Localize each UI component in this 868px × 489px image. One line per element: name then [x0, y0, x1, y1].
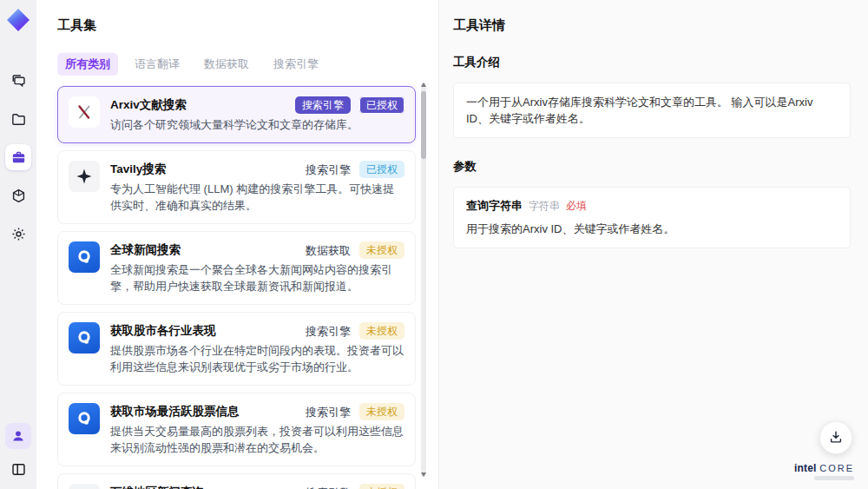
cube-icon — [10, 188, 27, 204]
intel-core-logo: intel CORE — [794, 462, 854, 480]
sidebar-item-models[interactable] — [5, 182, 31, 208]
briefcase-icon — [10, 149, 27, 166]
tool-card[interactable]: Arxiv文献搜索搜索引擎已授权访问各个研究领域大量科学论文和文章的存储库。 — [57, 86, 416, 143]
sidebar-item-settings[interactable] — [5, 221, 31, 247]
params-heading: 参数 — [453, 159, 851, 175]
tool-name: 全球新闻搜索 — [110, 241, 181, 258]
intel-core-text: CORE — [819, 463, 854, 473]
tool-description: 提供当天交易量最高的股票列表，投资者可以利用这些信息来识别流动性强的股票和潜在的… — [110, 423, 404, 456]
param-type: 字符串 — [529, 199, 560, 214]
auth-badge: 未授权 — [359, 484, 404, 489]
tool-card[interactable]: 万维地区新闻查询搜索引擎未授权查询具体行政区划内的新闻，快速了解各地新闻动 — [57, 473, 416, 489]
auth-badge: 已授权 — [359, 96, 404, 114]
tool-name: Arxiv文献搜索 — [110, 96, 187, 113]
param-description: 用于搜索的Arxiv ID、关键字或作者姓名。 — [466, 221, 838, 237]
sidebar-nav — [5, 68, 31, 247]
tool-name: 万维地区新闻查询 — [110, 484, 204, 489]
download-icon — [828, 429, 844, 447]
app-logo-icon[interactable] — [7, 9, 30, 31]
intel-brand-text: intel — [794, 462, 817, 474]
tool-intro-text: 一个用于从Arxiv存储库搜索科学论文和文章的工具。 输入可以是Arxiv ID… — [466, 94, 838, 127]
category-badge: 搜索引擎 — [306, 323, 351, 340]
tool-card[interactable]: 获取股市各行业表现搜索引擎未授权提供股票市场各个行业在特定时间段内的表现。投资者… — [57, 312, 416, 386]
tab-category-0[interactable]: 所有类别 — [57, 53, 118, 76]
tool-list: Arxiv文献搜索搜索引擎已授权访问各个研究领域大量科学论文和文章的存储库。Ta… — [57, 86, 416, 489]
user-icon — [10, 428, 26, 444]
category-badge: 搜索引擎 — [306, 162, 351, 178]
sidebar-bottom — [5, 423, 31, 482]
tool-detail-panel: 工具详情 工具介绍 一个用于从Arxiv存储库搜索科学论文和文章的工具。 输入可… — [438, 0, 868, 489]
tab-category-1[interactable]: 语言翻译 — [127, 53, 187, 76]
intel-logo-underline — [814, 476, 854, 480]
tool-description: 全球新闻搜索是一个聚合全球各大新闻网站内容的搜索引擎，帮助用户快速获取全球最新资… — [110, 261, 404, 294]
panel-icon — [10, 461, 27, 478]
chat-icon — [10, 73, 27, 89]
tool-card[interactable]: 获取市场最活跃股票信息搜索引擎未授权提供当天交易量最高的股票列表，投资者可以利用… — [57, 393, 416, 466]
tool-description: 提供股票市场各个行业在特定时间段内的表现。投资者可以利用这些信息来识别表现优于或… — [110, 342, 404, 375]
folder-icon — [10, 111, 27, 128]
sidebar — [0, 0, 36, 489]
sidebar-item-files[interactable] — [5, 106, 31, 132]
auth-badge: 未授权 — [359, 403, 404, 420]
sidebar-item-chat[interactable] — [5, 68, 31, 94]
page-title: 工具集 — [57, 17, 416, 34]
download-button[interactable] — [819, 421, 852, 454]
auth-badge: 已授权 — [359, 161, 404, 178]
gear-icon — [10, 226, 27, 242]
detail-title: 工具详情 — [453, 17, 851, 34]
tool-description: 访问各个研究领域大量科学论文和文章的存储库。 — [110, 116, 404, 133]
param-name: 查询字符串 — [466, 198, 523, 214]
tool-name: Tavily搜索 — [110, 161, 166, 177]
sidebar-item-collapse[interactable] — [5, 456, 31, 482]
tool-name: 获取市场最活跃股票信息 — [110, 403, 240, 420]
news-icon — [69, 484, 100, 489]
category-tabs: 所有类别语言翻译数据获取搜索引擎 — [57, 53, 416, 76]
tab-category-2[interactable]: 数据获取 — [196, 53, 257, 76]
auth-badge: 未授权 — [359, 241, 404, 259]
param-header: 查询字符串 字符串 必填 — [466, 198, 838, 214]
scroll-up-icon[interactable] — [421, 83, 426, 87]
category-badge: 搜索引擎 — [306, 485, 351, 489]
tool-intro-box: 一个用于从Arxiv存储库搜索科学论文和文章的工具。 输入可以是Arxiv ID… — [453, 83, 851, 138]
param-required-badge: 必填 — [566, 199, 587, 214]
auth-badge: 未授权 — [359, 322, 404, 340]
category-badge: 数据获取 — [306, 242, 351, 259]
tool-list-panel: 工具集 所有类别语言翻译数据获取搜索引擎 Arxiv文献搜索搜索引擎已授权访问各… — [36, 0, 438, 489]
quark-icon — [69, 241, 100, 273]
list-scrollbar[interactable] — [421, 83, 426, 477]
category-badge: 搜索引擎 — [295, 96, 351, 114]
scrollbar-thumb[interactable] — [421, 91, 426, 159]
tool-name: 获取股市各行业表现 — [110, 322, 216, 339]
tool-card[interactable]: Tavily搜索搜索引擎已授权专为人工智能代理 (LLM) 构建的搜索引擎工具。… — [57, 150, 416, 224]
app-window: 工具集 所有类别语言翻译数据获取搜索引擎 Arxiv文献搜索搜索引擎已授权访问各… — [0, 0, 868, 489]
tab-category-3[interactable]: 搜索引擎 — [266, 53, 326, 76]
param-box: 查询字符串 字符串 必填 用于搜索的Arxiv ID、关键字或作者姓名。 — [453, 187, 851, 248]
star-icon — [69, 161, 100, 192]
category-badge: 搜索引擎 — [306, 404, 351, 420]
scroll-down-icon[interactable] — [421, 472, 426, 477]
tool-description: 专为人工智能代理 (LLM) 构建的搜索引擎工具。可快速提供实时、准确和真实的结… — [110, 181, 404, 214]
quark-icon — [69, 403, 100, 434]
sidebar-item-tools[interactable] — [5, 144, 31, 170]
quark-icon — [69, 322, 100, 354]
sidebar-item-account[interactable] — [5, 423, 31, 449]
intro-heading: 工具介绍 — [453, 55, 851, 70]
tool-card[interactable]: 全球新闻搜索数据获取未授权全球新闻搜索是一个聚合全球各大新闻网站内容的搜索引擎，… — [57, 231, 416, 305]
arxiv-icon — [69, 96, 100, 128]
